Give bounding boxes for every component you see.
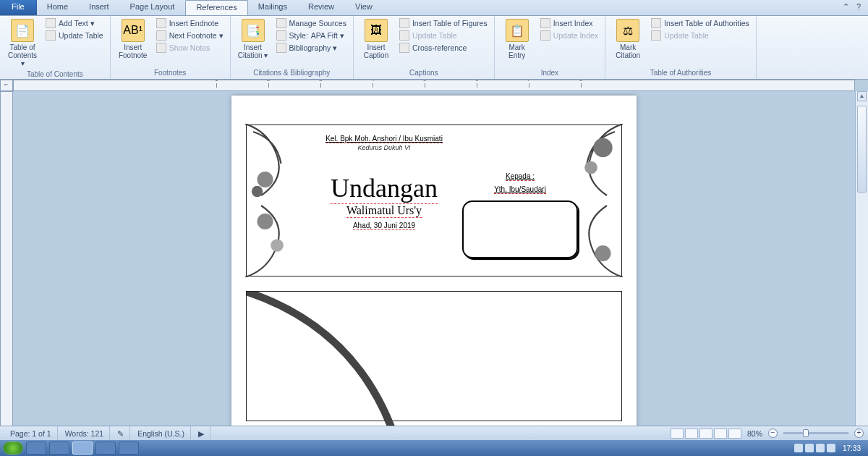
update-captions-table-button[interactable]: Update Table [397,30,490,41]
insert-caption-button[interactable]: 🖼 Insert Caption [358,17,394,61]
group-captions-title: Captions [358,67,490,79]
style-icon [276,30,286,41]
show-notes-icon [156,43,166,53]
floral-corner-tl-2 [247,292,621,442]
view-outline-button[interactable] [714,428,727,439]
svg-point-2 [593,138,612,157]
macro-icon: ▶ [198,429,204,438]
vertical-scrollbar[interactable]: ▲ ▼ [855,91,868,442]
recipient-name-box [462,200,578,258]
next-footnote-button[interactable]: Next Footnote ▾ [154,30,226,41]
invitation-date: Ahad, 30 Juni 2019 [353,221,415,230]
status-bar: Page: 1 of 1 Words: 121 ✎ English (U.S.)… [0,426,868,440]
invitation-card-front: Kel. Bpk Moh. Anshori / Ibu Kusmiati Ked… [246,124,622,276]
mark-entry-button[interactable]: 📋 Mark Entry [499,17,535,61]
taskbar-word-icon[interactable] [72,442,93,455]
tray-icon[interactable] [794,444,803,452]
view-web-layout-button[interactable] [699,428,712,439]
tab-references[interactable]: References [185,0,247,15]
group-toc: 📄 Table of Contents ▾ Add Text ▾ Update … [0,16,111,79]
insert-index-button[interactable]: Insert Index [538,17,600,29]
vertical-ruler[interactable] [0,91,13,442]
status-page[interactable]: Page: 1 of 1 [4,426,58,440]
ribbon: 📄 Table of Contents ▾ Add Text ▾ Update … [0,16,868,80]
taskbar-app3-icon[interactable] [119,442,139,455]
view-draft-button[interactable] [728,428,741,439]
cross-reference-button[interactable]: Cross-reference [397,42,490,54]
status-language[interactable]: English (U.S.) [132,426,191,440]
update-toa-icon [651,30,661,41]
help-icon[interactable]: ? [856,2,861,13]
document-page[interactable]: Kel. Bpk Moh. Anshori / Ibu Kusmiati Ked… [231,96,637,442]
mark-citation-icon: ⚖ [616,19,639,42]
invitation-title: Undangan [331,173,438,204]
start-button[interactable] [3,442,23,455]
tab-review[interactable]: Review [298,0,345,15]
group-footnotes: AB¹ Insert Footnote Insert Endnote Next … [111,16,231,79]
bibliography-button[interactable]: Bibliography ▾ [274,42,349,54]
mark-citation-button[interactable]: ⚖ Mark Citation [610,17,646,61]
tab-file[interactable]: File [0,0,37,15]
kepada-label: Kepada : [506,172,535,181]
invitation-subtitle: Walimatul Urs'y [346,204,422,218]
tab-home[interactable]: Home [37,0,79,15]
update-table-button[interactable]: Update Table [43,30,106,41]
minimize-ribbon-icon[interactable]: ⌃ [843,2,849,13]
insert-toa-button[interactable]: Insert Table of Authorities [649,17,752,29]
show-notes-button[interactable]: Show Notes [154,42,226,54]
add-text-icon [46,18,56,28]
manage-sources-button[interactable]: Manage Sources [274,17,349,29]
tray-icon[interactable] [805,444,814,452]
update-toa-button[interactable]: Update Table [649,30,752,41]
tab-mailings[interactable]: Mailings [248,0,298,15]
taskbar-app2-icon[interactable] [95,442,116,455]
tab-insert[interactable]: Insert [79,0,120,15]
add-text-button[interactable]: Add Text ▾ [43,17,106,29]
insert-citation-button[interactable]: 📑 Insert Citation ▾ [235,17,271,61]
svg-point-0 [258,172,273,187]
tray-icon[interactable] [816,444,825,452]
insert-table-of-figures-button[interactable]: Insert Table of Figures [397,17,490,29]
status-macro[interactable]: ▶ [192,426,210,440]
group-toc-title: Table of Contents [4,69,106,80]
group-footnotes-title: Footnotes [115,67,226,79]
system-tray[interactable] [794,444,835,452]
update-index-button[interactable]: Update Index [538,30,600,41]
scroll-thumb[interactable] [857,106,867,193]
endnote-icon [156,18,166,28]
insert-footnote-button[interactable]: AB¹ Insert Footnote [115,17,151,61]
zoom-in-button[interactable]: + [854,428,864,438]
group-citations-title: Citations & Bibliography [235,67,349,79]
next-footnote-icon [156,30,166,41]
zoom-out-button[interactable]: − [768,428,778,438]
view-full-screen-button[interactable] [685,428,698,439]
ruler-corner[interactable]: ⌐ [0,80,13,91]
view-print-layout-button[interactable] [671,428,684,439]
status-words[interactable]: Words: 121 [59,426,111,440]
yth-label: Yth. Ibu/Saudari [494,185,546,194]
taskbar-explorer-icon[interactable] [26,442,46,455]
insert-endnote-button[interactable]: Insert Endnote [154,17,226,29]
insert-index-icon [540,18,550,28]
citation-icon: 📑 [242,19,265,42]
group-index: 📋 Mark Entry Insert Index Update Index I… [495,16,605,79]
xref-icon [399,43,409,53]
taskbar-app-icon[interactable] [49,442,69,455]
zoom-percent[interactable]: 80% [743,429,767,438]
citation-style-dropdown[interactable]: Style: APA Fift ▾ [274,30,349,41]
tab-view[interactable]: View [345,0,383,15]
status-proofing[interactable]: ✎ [111,426,130,440]
table-of-contents-button[interactable]: 📄 Table of Contents ▾ [4,17,41,69]
group-citations: 📑 Insert Citation ▾ Manage Sources Style… [231,16,354,79]
tab-page-layout[interactable]: Page Layout [120,0,186,15]
proofing-icon: ✎ [117,429,124,438]
svg-point-6 [595,245,611,261]
zoom-slider-thumb[interactable] [803,429,809,437]
scroll-up-icon[interactable]: ▲ [857,91,867,101]
caption-icon: 🖼 [365,19,388,42]
zoom-slider[interactable] [783,432,848,434]
horizontal-ruler[interactable]: 12345678 [13,80,855,91]
invitation-card-body: السَّلاَمُ عَلَيْكُمْ وَرَحْمَةُ اللهِ و… [246,291,622,421]
tray-icon[interactable] [827,444,835,452]
taskbar-clock[interactable]: 17:33 [838,444,865,452]
